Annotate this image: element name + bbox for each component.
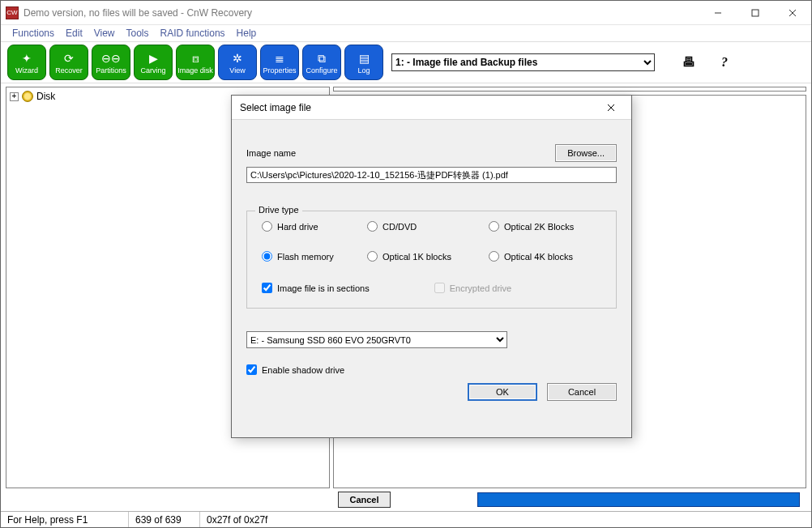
tree-root-label: Disk: [36, 91, 55, 102]
action-row: Cancel: [1, 488, 811, 511]
radio-optical-4k[interactable]: Optical 4K blocks: [489, 251, 610, 262]
main-window: CW Demo version, no files will be saved …: [0, 0, 812, 528]
radio-hard-drive[interactable]: Hard drive: [262, 221, 367, 232]
toolbar: ✦Wizard⟳Recover⊖⊖Partitions▶Carving⧈Imag…: [1, 41, 811, 83]
progress-bar: [477, 492, 800, 507]
statusbar: For Help, press F1 639 of 639 0x27f of 0…: [1, 511, 811, 527]
select-image-dialog: Select image file Image name Browse... D…: [231, 95, 632, 438]
menu-functions[interactable]: Functions: [7, 26, 59, 40]
browse-button[interactable]: Browse...: [555, 144, 617, 162]
carving-button[interactable]: ▶Carving: [134, 45, 173, 80]
carving-button-icon: ▶: [144, 50, 162, 66]
dialog-cancel-button[interactable]: Cancel: [547, 383, 617, 401]
close-icon: [788, 9, 797, 17]
drive-type-fieldset: Drive type Hard drive CD/DVD Optical 2K …: [246, 211, 617, 309]
minimize-button[interactable]: [699, 1, 737, 25]
menu-help[interactable]: Help: [232, 26, 262, 40]
configure-button-icon: ⧉: [313, 50, 331, 66]
properties-button-icon: ≣: [271, 50, 288, 66]
window-title: Demo version, no files will be saved - C…: [24, 7, 252, 19]
menubar: Functions Edit View Tools RAID functions…: [1, 25, 811, 41]
dialog-close-button[interactable]: [599, 96, 623, 120]
drive-type-legend: Drive type: [255, 205, 302, 215]
close-button[interactable]: [774, 1, 811, 25]
menu-view[interactable]: View: [89, 26, 120, 40]
print-icon[interactable]: 🖶: [682, 55, 695, 70]
partitions-button[interactable]: ⊖⊖Partitions: [92, 45, 130, 80]
help-icon[interactable]: ?: [721, 55, 728, 70]
imagedisk-button-icon: ⧈: [186, 50, 204, 66]
check-sections[interactable]: Image file is in sections: [262, 283, 370, 293]
dialog-title: Select image file: [240, 102, 311, 113]
dialog-titlebar: Select image file: [232, 96, 631, 120]
recover-button-icon: ⟳: [60, 50, 78, 66]
radio-optical-2k[interactable]: Optical 2K Blocks: [489, 221, 610, 232]
configure-button[interactable]: ⧉Configure: [302, 45, 341, 80]
right-top-panel: [333, 87, 806, 92]
drive-dropdown-wrapper: 1: - Image file and Backup files: [391, 53, 655, 71]
menu-tools[interactable]: Tools: [122, 26, 154, 40]
menu-raid[interactable]: RAID functions: [156, 26, 230, 40]
progress-fill: [478, 493, 799, 506]
log-button-icon: ▤: [355, 50, 373, 66]
image-path-input[interactable]: [246, 167, 617, 183]
radio-optical-1k[interactable]: Optical 1K blocks: [367, 251, 489, 262]
menu-edit[interactable]: Edit: [61, 26, 88, 40]
log-button[interactable]: ▤Log: [344, 45, 383, 80]
maximize-icon: [751, 9, 759, 17]
disk-icon: [22, 91, 33, 102]
target-drive-select[interactable]: E: - Samsung SSD 860 EVO 250GRVT0: [246, 331, 507, 348]
check-shadow[interactable]: Enable shadow drive: [246, 364, 617, 375]
imagedisk-button[interactable]: ⧈Image disk: [176, 45, 215, 80]
maximize-button[interactable]: [737, 1, 774, 25]
dialog-body: Image name Browse... Drive type Hard dri…: [232, 120, 631, 437]
check-encrypted: Encrypted drive: [434, 283, 511, 293]
view-button[interactable]: ✲View: [218, 45, 257, 80]
app-icon: CW: [6, 6, 19, 19]
radio-flash[interactable]: Flash memory: [262, 251, 367, 262]
view-button-icon: ✲: [229, 50, 246, 66]
minimize-icon: [714, 9, 722, 17]
recover-button[interactable]: ⟳Recover: [49, 45, 88, 80]
status-count: 639 of 639: [129, 512, 200, 527]
svg-rect-1: [752, 10, 759, 16]
close-icon: [607, 104, 615, 112]
dialog-ok-button[interactable]: OK: [468, 383, 537, 401]
image-name-label: Image name: [246, 148, 296, 158]
wizard-button[interactable]: ✦Wizard: [7, 45, 46, 80]
radio-cd-dvd[interactable]: CD/DVD: [367, 221, 489, 232]
status-hex: 0x27f of 0x27f: [200, 512, 274, 527]
main-cancel-button[interactable]: Cancel: [338, 492, 391, 508]
drive-dropdown[interactable]: 1: - Image file and Backup files: [391, 53, 655, 71]
titlebar: CW Demo version, no files will be saved …: [1, 1, 811, 25]
wizard-button-icon: ✦: [18, 50, 36, 66]
properties-button[interactable]: ≣Properties: [260, 45, 299, 80]
expand-icon[interactable]: +: [10, 92, 19, 101]
partitions-button-icon: ⊖⊖: [102, 50, 120, 66]
status-help: For Help, press F1: [1, 512, 129, 527]
